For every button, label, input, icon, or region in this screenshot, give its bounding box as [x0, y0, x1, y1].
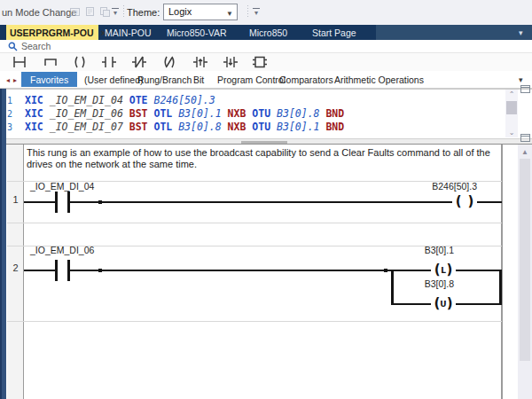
tab-rung-branch[interactable]: Rung/Branch	[137, 74, 192, 85]
wire-anchor	[98, 200, 102, 204]
top-toolbar: un Mode Change ▾ Theme: Logix ▼ ▾	[0, 0, 532, 25]
code-token: XIC	[25, 107, 43, 120]
code-token: B3[0].8	[277, 107, 319, 120]
tab-micro850[interactable]: Micro850	[249, 25, 287, 40]
scroll-up-icon[interactable]: ▲	[518, 147, 532, 157]
toolbar-overflow-icon[interactable]: ▾	[112, 8, 119, 17]
scroll-up-icon[interactable]: ⌃	[505, 90, 518, 99]
coil-tag-label[interactable]: B246[50].3	[395, 181, 477, 192]
tab-userprgrm-pou[interactable]: USERPRGRM-POU ×	[6, 25, 98, 40]
theme-dropdown[interactable]: Logix ▼	[163, 4, 238, 20]
code-token: B3[0].8	[178, 121, 221, 133]
code-token: _IO_EM_DI_07	[50, 121, 123, 133]
negated-contact-icon[interactable]	[131, 54, 147, 70]
search-icon	[8, 42, 18, 51]
tab-main-pou[interactable]: MAIN-POU	[105, 25, 152, 40]
contact-symbol[interactable]	[67, 260, 70, 281]
mnemonic-code-pane[interactable]: 1XIC _IO_EM_DI_04 OTE B246[50].3 2XIC _I…	[0, 89, 532, 138]
pane-splitter[interactable]	[0, 138, 532, 145]
split-handle-icon[interactable]	[520, 85, 530, 93]
tab-arithmetic-operations[interactable]: Arithmetic Operations	[334, 74, 424, 85]
wire-anchor	[384, 269, 387, 272]
negated-coil-icon[interactable]	[161, 54, 177, 70]
code-token: BND	[325, 107, 344, 120]
contact-gap	[58, 201, 67, 203]
tab-label: USERPRGRM-POU	[10, 27, 94, 38]
coil-symbol[interactable]: ()	[452, 193, 477, 210]
chevron-down-icon[interactable]: ▾	[519, 75, 523, 84]
contact-tag-label[interactable]: _IO_EM_DI_06	[30, 245, 94, 255]
rung-number[interactable]: 2	[7, 262, 24, 273]
pane-left-edge	[0, 89, 6, 399]
contact-tag-label[interactable]: _IO_EM_DI_04	[30, 181, 94, 192]
tab-list-chevron-icon[interactable]: ▾	[519, 28, 523, 37]
row-divider	[7, 321, 502, 322]
function-block-icon[interactable]	[252, 54, 268, 70]
tab-user-defined[interactable]: (User defined)	[84, 74, 144, 85]
run-mode-change-button[interactable]: un Mode Change	[2, 7, 76, 18]
branch-icon[interactable]	[43, 54, 59, 70]
code-token: OTU	[252, 107, 270, 120]
coil-paren: (	[434, 296, 440, 311]
contact-symbol[interactable]	[55, 260, 58, 281]
scroll-down-icon[interactable]: ⌄	[505, 128, 518, 137]
code-line[interactable]: 2XIC _IO_EM_DI_06 BST OTL B3[0].1 NXB OT…	[0, 107, 497, 121]
tab-bit[interactable]: Bit	[193, 74, 204, 85]
coil-paren: )	[447, 262, 453, 278]
tab-favorites[interactable]: Favorites	[21, 72, 77, 87]
toolbar-overflow-icon[interactable]: ▾	[253, 8, 260, 17]
contact-symbol[interactable]	[67, 192, 70, 213]
toolbar-disabled-icon[interactable]	[99, 6, 111, 18]
tab-start-page[interactable]: Start Page	[312, 25, 356, 40]
unlatch-coil-symbol[interactable]: (U)	[431, 295, 456, 312]
code-token: BST	[129, 121, 148, 133]
code-token: OTE	[129, 94, 148, 106]
rung-comment[interactable]: This rung is an example of how to use th…	[27, 147, 495, 170]
code-token: BST	[129, 107, 148, 120]
code-scrollbar[interactable]: ⌃ ⌄	[505, 90, 518, 137]
coil-letter: U	[440, 300, 446, 309]
coil-paren: (	[456, 194, 462, 209]
rung-number[interactable]: 1	[7, 194, 24, 205]
code-token: OTU	[252, 121, 270, 133]
toolbar-grip[interactable]	[121, 5, 125, 19]
toolbar-grip[interactable]	[246, 5, 249, 19]
split-handle-icon[interactable]	[520, 134, 530, 142]
scroll-right-icon[interactable]: ▸	[13, 76, 17, 84]
tab-micro850-var[interactable]: Micro850-VAR	[167, 25, 227, 40]
code-token: NXB	[228, 121, 246, 133]
code-token: OTL	[153, 107, 172, 120]
code-token: NXB	[228, 107, 246, 120]
coil-icon[interactable]	[72, 54, 88, 70]
branch-wire	[499, 270, 502, 305]
code-token: B246[50].3	[153, 94, 215, 106]
document-tabstrip: USERPRGRM-POU × MAIN-POU Micro850-VAR Mi…	[0, 25, 532, 40]
code-line[interactable]: 3XIC _IO_EM_DI_07 BST OTL B3[0].8 NXB OT…	[0, 121, 497, 134]
toolbar-disabled-icon[interactable]	[84, 6, 96, 18]
latch-coil-symbol[interactable]: (L)	[431, 262, 456, 278]
code-line[interactable]: 1XIC _IO_EM_DI_04 OTE B246[50].3	[0, 94, 497, 107]
splitter-grip[interactable]	[241, 141, 287, 144]
coil-tag-label[interactable]: B3[0].1	[372, 245, 454, 255]
tab-comparators[interactable]: Comparators	[279, 74, 333, 85]
scroll-thumb[interactable]	[520, 159, 530, 361]
contact-icon[interactable]	[101, 54, 117, 70]
rung-icon[interactable]	[12, 54, 27, 70]
negated-pulse-contact-icon[interactable]	[223, 54, 239, 70]
coil-tag-label[interactable]: B3[0].8	[372, 278, 454, 289]
row-divider	[7, 223, 502, 223]
coil-paren: )	[468, 194, 474, 209]
toolbar-disabled-icon[interactable]	[69, 6, 81, 18]
tab-program-control[interactable]: Program Control	[217, 74, 286, 85]
theme-label: Theme:	[127, 7, 160, 18]
code-token: B3[0].1	[178, 107, 221, 120]
instruction-toolbar	[0, 53, 532, 71]
contact-symbol[interactable]	[55, 192, 58, 213]
search-input[interactable]: Search	[21, 41, 51, 51]
ladder-scrollbar[interactable]: ▲	[518, 145, 532, 399]
search-bar[interactable]: Search	[0, 40, 532, 53]
coil-letter: L	[441, 266, 447, 275]
pulse-contact-icon[interactable]	[192, 54, 208, 70]
scroll-thumb[interactable]	[506, 101, 517, 114]
scroll-left-icon[interactable]: ◂	[6, 76, 10, 84]
